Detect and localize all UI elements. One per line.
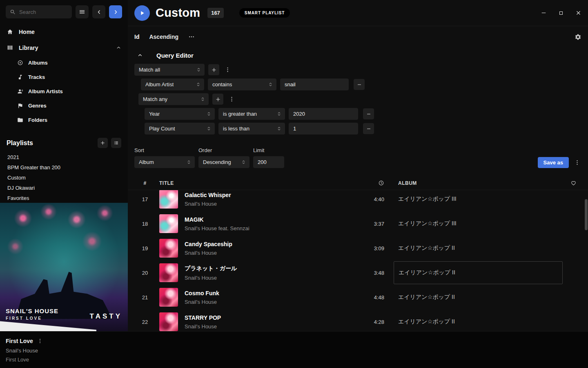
playlist-item[interactable]: BPM Greater than 200 (0, 162, 128, 173)
heart-icon (570, 180, 577, 186)
remove-rule-button[interactable] (363, 108, 374, 119)
chevron-up-icon (137, 52, 143, 58)
dots-vertical-icon (225, 67, 231, 73)
select-arrows-icon (196, 82, 201, 87)
sidebar-item-library[interactable]: Library (0, 40, 128, 56)
remove-rule-button[interactable] (363, 123, 374, 134)
close-icon (575, 10, 581, 16)
track-artist: Snail's House (185, 201, 231, 207)
add-rule-button[interactable] (208, 64, 219, 75)
order-select[interactable]: Descending (198, 156, 249, 168)
query-rule-row: Year is greater than (145, 108, 581, 120)
search-field[interactable] (19, 9, 68, 15)
sidebar-item-label: Home (19, 29, 35, 35)
chevron-up-icon[interactable] (116, 45, 121, 50)
table-row[interactable]: 19 Candy Spaceship Snail's House 3:09 エイ… (128, 236, 588, 260)
sidebar-item-genres[interactable]: Genres (0, 99, 128, 113)
match-type-select[interactable]: Match all (134, 64, 205, 76)
playlist-item[interactable]: 2021 (0, 152, 128, 162)
nav-forward-button[interactable] (109, 5, 122, 18)
minimize-button[interactable] (541, 10, 547, 16)
now-playing-artist: Snail's House (6, 348, 43, 354)
match-type-select[interactable]: Match any (138, 93, 209, 105)
sub-item-label: Album Artists (28, 88, 63, 94)
track-duration: 4:48 (352, 294, 384, 301)
sidebar-item-folders[interactable]: Folders (0, 113, 128, 127)
table-row[interactable]: 21 Cosmo Funk Snail's House 4:48 エイリアン☆ポ… (128, 285, 588, 310)
track-title: Galactic Whisper (185, 192, 231, 198)
query-menu-button[interactable] (572, 157, 581, 168)
rule-value-input[interactable] (289, 123, 358, 135)
sidebar-item-albums[interactable]: Albums (0, 56, 128, 70)
nav-back-button[interactable] (92, 5, 105, 18)
group-menu-button[interactable] (227, 94, 236, 105)
sidebar: Home Library Albums Tracks Album Artists… (0, 0, 128, 331)
rule-field-select[interactable]: Album Artist (141, 79, 204, 90)
playlist-item[interactable]: Custom (0, 173, 128, 183)
now-playing-album: First Love (6, 357, 43, 363)
sort-direction-button[interactable]: Ascending (149, 34, 178, 40)
window-controls (541, 10, 588, 16)
save-as-button[interactable]: Save as (538, 157, 569, 168)
rule-field-select[interactable]: Play Count (145, 123, 215, 135)
rule-operator-select[interactable]: is less than (218, 123, 285, 135)
sidebar-item-label: Library (19, 45, 38, 51)
select-arrows-icon (276, 111, 282, 117)
album-column-header[interactable]: ALBUM (398, 180, 565, 186)
sidebar-item-tracks[interactable]: Tracks (0, 70, 128, 84)
sort-select[interactable]: Album (134, 156, 195, 168)
title-column-header[interactable]: TITLE (156, 180, 352, 186)
album-art-thumbnail (159, 312, 178, 331)
track-album: エイリアン☆ポップ III (398, 220, 565, 227)
select-arrows-icon (196, 67, 201, 72)
rule-field-select[interactable]: Year (145, 108, 215, 120)
limit-input[interactable] (253, 156, 284, 168)
rule-operator-select[interactable]: is greater than (218, 108, 285, 120)
maximize-button[interactable] (558, 10, 564, 16)
menu-button[interactable] (76, 5, 89, 18)
sidebar-item-album-artists[interactable]: Album Artists (0, 84, 128, 99)
remove-rule-button[interactable] (354, 79, 365, 90)
rule-value-input[interactable] (289, 108, 358, 120)
plus-icon (215, 96, 221, 102)
track-title: STARRY POP (185, 314, 221, 321)
rule-value-input[interactable] (280, 79, 349, 90)
track-menu-icon[interactable] (37, 338, 43, 344)
now-playing-title: First Love (6, 338, 33, 344)
track-title: Candy Spaceship (185, 241, 232, 247)
album-art-thumbnail (159, 190, 178, 209)
sidebar-toolbar (0, 0, 128, 24)
rule-operator-select[interactable]: contains (208, 79, 276, 90)
table-row[interactable]: 22 STARRY POP Snail's House 4:28 エイリアン☆ポ… (128, 310, 588, 331)
playlist-view-button[interactable] (111, 138, 121, 148)
album-cell-focused[interactable]: エイリアン☆ポップ II (394, 261, 563, 284)
sort-field-button[interactable]: Id (134, 34, 139, 40)
favorite-column-header[interactable] (565, 180, 581, 186)
duration-column-header[interactable] (352, 180, 384, 186)
playlist-item[interactable]: DJ Okawari (0, 183, 128, 193)
settings-button[interactable] (575, 34, 581, 40)
table-row[interactable]: 17 Galactic Whisper Snail's House 4:40 エ… (128, 190, 588, 211)
minus-icon (356, 82, 362, 88)
now-playing-artwork[interactable]: SNAIL'S HOUSE FIRST LOVE TASTY (0, 203, 128, 331)
select-arrows-icon (200, 96, 205, 102)
select-arrows-icon (241, 159, 246, 165)
order-label: Order (198, 147, 249, 153)
playlist-item[interactable]: Favorites (0, 193, 128, 203)
sort-more-button[interactable] (188, 34, 195, 40)
artwork-text: SNAIL'S HOUSE FIRST LOVE (6, 307, 58, 321)
play-playlist-button[interactable] (134, 5, 150, 21)
table-row[interactable]: 20 プラネット・ガール Snail's House 3:48 エイリアン☆ポッ… (128, 260, 588, 285)
sidebar-item-home[interactable]: Home (0, 24, 128, 40)
collapse-query-editor-button[interactable] (134, 51, 146, 60)
search-input[interactable] (6, 5, 72, 18)
add-playlist-button[interactable] (98, 138, 108, 148)
table-row[interactable]: 18 MAGIK Snail's House feat. Sennzai 3:3… (128, 211, 588, 236)
index-column-header[interactable]: # (134, 180, 156, 186)
group-menu-button[interactable] (223, 64, 232, 75)
home-icon (7, 28, 13, 35)
track-album: エイリアン☆ポップ II (398, 294, 565, 301)
add-rule-button[interactable] (212, 94, 223, 105)
scrollbar-thumb[interactable] (585, 199, 588, 230)
close-button[interactable] (575, 10, 581, 16)
